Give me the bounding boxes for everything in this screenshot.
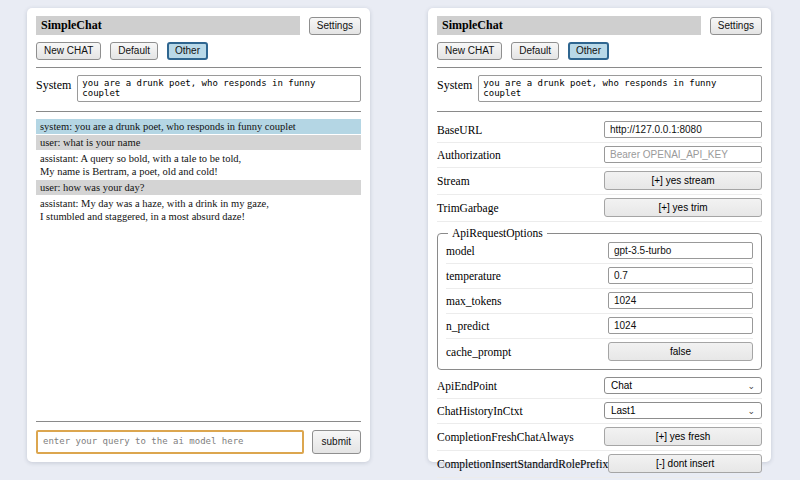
system-prompt-input[interactable]: you are a drunk poet, who responds in fu…: [77, 75, 361, 102]
setting-label: cache_prompt: [446, 346, 511, 358]
system-prompt-label: System: [437, 75, 472, 93]
session-button-other[interactable]: Other: [568, 42, 609, 60]
chevron-down-icon: ⌄: [747, 407, 755, 415]
baseurl-input[interactable]: [604, 121, 762, 138]
setting-row-stream: Stream [+] yes stream: [437, 168, 762, 195]
setting-label: temperature: [446, 270, 501, 282]
api-request-options-legend: ApiRequestOptions: [448, 227, 547, 239]
divider: [36, 111, 361, 112]
titlebar: SimpleChat Settings: [437, 16, 762, 35]
chevron-down-icon: ⌄: [747, 382, 755, 390]
divider: [437, 67, 762, 68]
setting-label: ApiEndPoint: [437, 380, 497, 392]
setting-row-max-tokens: max_tokens: [446, 289, 753, 314]
submit-button[interactable]: submit: [312, 430, 361, 454]
query-input[interactable]: [36, 430, 304, 454]
settings-list: BaseURL Authorization Stream [+] yes str…: [437, 118, 762, 478]
chat-message-user: user: what is your name: [36, 135, 361, 150]
new-chat-button[interactable]: New CHAT: [437, 42, 502, 60]
setting-label: BaseURL: [437, 124, 482, 136]
chat-message-system: system: you are a drunk poet, who respon…: [36, 119, 361, 134]
divider: [437, 111, 762, 112]
app-title: SimpleChat: [437, 16, 701, 35]
max-tokens-input[interactable]: [608, 292, 753, 309]
setting-row-apiendpoint: ApiEndPoint Chat ⌄: [437, 374, 762, 399]
session-row: New CHAT Default Other: [437, 42, 762, 60]
trimgarbage-toggle-button[interactable]: [+] yes trim: [604, 198, 762, 217]
settings-button[interactable]: Settings: [309, 17, 361, 35]
setting-row-chathistoryinctxt: ChatHistoryInCtxt Last1 ⌄: [437, 399, 762, 424]
setting-label: model: [446, 245, 475, 257]
setting-row-n-predict: n_predict: [446, 314, 753, 339]
chat-message-assistant: assistant: My day was a haze, with a dri…: [36, 196, 361, 224]
api-request-options-fieldset: ApiRequestOptions model temperature max_…: [437, 227, 762, 370]
setting-row-completioninsertstandardroleprefix: CompletionInsertStandardRolePrefix [-] d…: [437, 451, 762, 478]
chathistoryinctxt-select[interactable]: Last1 ⌄: [604, 402, 762, 419]
setting-row-model: model: [446, 239, 753, 264]
apiendpoint-select[interactable]: Chat ⌄: [604, 377, 762, 394]
setting-label: Authorization: [437, 149, 501, 161]
divider: [36, 421, 361, 422]
chat-message-user: user: how was your day?: [36, 180, 361, 195]
session-button-default[interactable]: Default: [110, 42, 158, 60]
chat-message-assistant: assistant: A query so bold, with a tale …: [36, 151, 361, 179]
setting-label: ChatHistoryInCtxt: [437, 405, 523, 417]
page: SimpleChat Settings New CHAT Default Oth…: [0, 0, 800, 480]
setting-row-completionfreshchatalways: CompletionFreshChatAlways [+] yes fresh: [437, 424, 762, 451]
session-button-default[interactable]: Default: [511, 42, 559, 60]
completioninsertstandardroleprefix-toggle-button[interactable]: [-] dont insert: [608, 454, 762, 473]
setting-row-baseurl: BaseURL: [437, 118, 762, 143]
chat-panel: SimpleChat Settings New CHAT Default Oth…: [27, 8, 370, 462]
cache-prompt-toggle-button[interactable]: false: [608, 342, 753, 361]
setting-label: CompletionInsertStandardRolePrefix: [437, 458, 608, 470]
chat-log: system: you are a drunk poet, who respon…: [36, 119, 361, 225]
model-input[interactable]: [608, 242, 753, 259]
divider: [36, 67, 361, 68]
query-row: submit: [36, 430, 361, 454]
temperature-input[interactable]: [608, 267, 753, 284]
setting-label: n_predict: [446, 320, 489, 332]
chathistoryinctxt-selected-value: Last1: [611, 405, 635, 416]
app-title: SimpleChat: [36, 16, 300, 35]
setting-label: CompletionFreshChatAlways: [437, 431, 574, 443]
authorization-input[interactable]: [604, 146, 762, 163]
setting-row-trimgarbage: TrimGarbage [+] yes trim: [437, 195, 762, 222]
stream-toggle-button[interactable]: [+] yes stream: [604, 171, 762, 190]
titlebar: SimpleChat Settings: [36, 16, 361, 35]
system-prompt-input[interactable]: you are a drunk poet, who responds in fu…: [478, 75, 762, 102]
settings-button[interactable]: Settings: [710, 17, 762, 35]
empty-space: [36, 225, 361, 415]
system-prompt-row: System you are a drunk poet, who respond…: [36, 75, 361, 102]
completionfreshchatalways-toggle-button[interactable]: [+] yes fresh: [604, 427, 762, 446]
system-prompt-row: System you are a drunk poet, who respond…: [437, 75, 762, 102]
session-row: New CHAT Default Other: [36, 42, 361, 60]
setting-label: TrimGarbage: [437, 202, 499, 214]
setting-label: max_tokens: [446, 295, 502, 307]
setting-row-temperature: temperature: [446, 264, 753, 289]
system-prompt-label: System: [36, 75, 71, 93]
session-button-other[interactable]: Other: [167, 42, 208, 60]
new-chat-button[interactable]: New CHAT: [36, 42, 101, 60]
setting-row-cache-prompt: cache_prompt false: [446, 339, 753, 365]
setting-row-authorization: Authorization: [437, 143, 762, 168]
apiendpoint-selected-value: Chat: [611, 380, 632, 391]
n-predict-input[interactable]: [608, 317, 753, 334]
settings-panel: SimpleChat Settings New CHAT Default Oth…: [428, 8, 771, 462]
setting-label: Stream: [437, 175, 470, 187]
